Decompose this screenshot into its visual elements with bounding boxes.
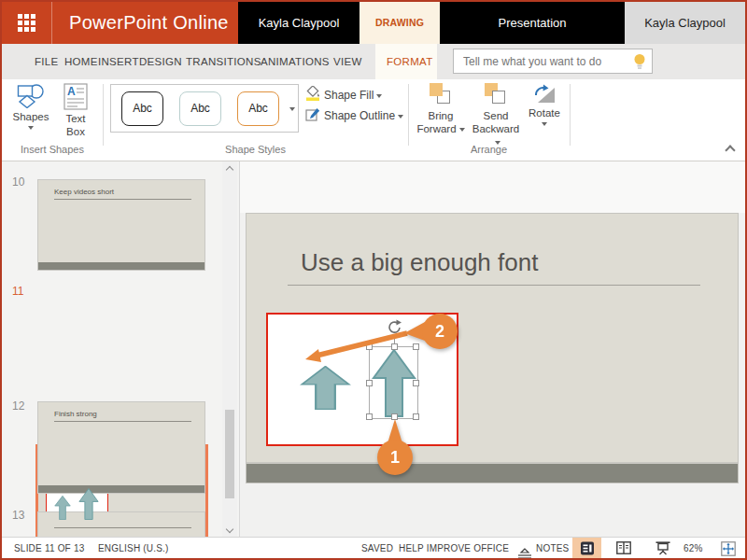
saved-status: SAVED (361, 538, 393, 559)
send-backward-icon (484, 83, 508, 105)
resize-handle-ne[interactable] (413, 343, 419, 350)
shape-outline-icon (305, 107, 320, 122)
shape-fill-button[interactable]: Shape Fill (305, 86, 382, 105)
app-title: PowerPoint Online (69, 2, 229, 44)
slide-thumbnail-panel: 10 Keep videos short 11 Use a big enough… (2, 161, 239, 537)
tab-insert[interactable]: INSERT (98, 44, 139, 79)
reading-view-button[interactable] (611, 538, 637, 559)
powerpoint-online-window: PowerPoint Online Kayla Claypool DRAWING… (0, 0, 747, 560)
ribbon-tab-bar: FILE HOME INSERT DESIGN TRANSITIONS ANIM… (2, 44, 745, 79)
shape-style-swatch-1[interactable]: Abc (121, 91, 163, 126)
tab-transitions[interactable]: TRANSITIONS (186, 44, 261, 79)
fit-to-window-icon (721, 541, 736, 556)
help-improve-office-link[interactable]: HELP IMPROVE OFFICE (399, 538, 509, 559)
tab-file[interactable]: FILE (35, 44, 59, 79)
scrollbar-thumb[interactable] (225, 410, 234, 498)
thumbnail-footer-bar (38, 485, 204, 493)
thumbnail-footer-bar (38, 262, 204, 270)
collapse-ribbon-button[interactable] (725, 145, 735, 155)
language-button[interactable]: ENGLISH (U.S.) (98, 538, 169, 559)
slide-number: 10 (12, 175, 33, 189)
shapes-button[interactable]: Shapes (9, 83, 52, 130)
tab-view[interactable]: VIEW (333, 44, 362, 79)
reading-view-icon (616, 541, 631, 554)
document-title[interactable]: Presentation (440, 2, 625, 44)
header-divider (51, 2, 52, 44)
gallery-more-button[interactable] (289, 105, 295, 111)
text-box-button[interactable]: A Text Box (55, 83, 96, 138)
panel-scrollbar (222, 161, 237, 537)
slide-thumbnail-10[interactable]: Keep videos short (37, 179, 205, 271)
notes-button[interactable]: NOTES (536, 538, 569, 559)
fit-to-window-button[interactable] (715, 538, 741, 559)
slide-indicator: SLIDE 11 OF 13 (14, 538, 84, 559)
slide-number-selected: 11 (12, 285, 33, 298)
slide-thumbnail-12[interactable]: Finish strong (37, 401, 205, 494)
editing-view-icon (580, 541, 594, 555)
small-arrow-shape-mini (54, 496, 71, 520)
dropdown-caret (542, 122, 547, 126)
tell-me-search (453, 49, 653, 74)
slide-number: 12 (12, 399, 33, 413)
resize-handle-s[interactable] (391, 413, 398, 420)
group-separator (103, 84, 104, 146)
annotation-red-box (266, 313, 458, 446)
dropdown-caret (376, 94, 382, 98)
dropdown-caret (398, 115, 403, 119)
slide-number: 13 (12, 509, 33, 522)
resize-handle-n[interactable] (391, 343, 398, 350)
shape-outline-button[interactable]: Shape Outline (305, 107, 403, 126)
resize-handle-w[interactable] (366, 380, 373, 386)
canvas-margin (240, 161, 746, 213)
app-header: PowerPoint Online Kayla Claypool DRAWING… (2, 2, 745, 44)
bring-forward-icon (429, 83, 453, 105)
account-tab-left[interactable]: Kayla Claypool (238, 2, 359, 44)
svg-text:A: A (67, 85, 76, 98)
shape-style-swatch-2[interactable]: Abc (179, 91, 221, 126)
tab-design[interactable]: DESIGN (139, 44, 182, 79)
app-launcher-button[interactable] (2, 2, 51, 44)
dropdown-caret (289, 107, 295, 111)
shape-style-swatch-3[interactable]: Abc (237, 91, 279, 126)
waffle-icon (18, 14, 36, 33)
slide-title-underline (288, 285, 700, 286)
dropdown-caret (28, 126, 34, 130)
rotate-icon (532, 83, 557, 105)
status-bar: SLIDE 11 OF 13 ENGLISH (U.S.) SAVED HELP… (2, 537, 745, 558)
tab-animations[interactable]: ANIMATIONS (261, 44, 330, 79)
slide-title-text[interactable]: Use a big enough font (301, 248, 538, 277)
shape-fill-icon (305, 86, 320, 102)
text-box-icon: A (63, 83, 88, 110)
scroll-down-button[interactable] (222, 522, 237, 537)
ribbon: Shapes A Text Box Insert Shapes Abc Abc … (2, 79, 745, 161)
resize-handle-nw[interactable] (366, 343, 373, 350)
rotate-button[interactable]: Rotate (525, 83, 564, 126)
slide-show-button[interactable] (650, 538, 676, 559)
rotate-handle[interactable] (387, 319, 402, 335)
resize-handle-sw[interactable] (366, 413, 373, 420)
chevron-up-icon (226, 166, 233, 174)
tab-format[interactable]: FORMAT (387, 44, 433, 79)
slide-show-icon (655, 541, 670, 555)
group-separator (570, 84, 571, 146)
drawing-tools-contextual-label: DRAWING TOOLS (359, 2, 440, 44)
scroll-up-button[interactable] (222, 161, 237, 176)
group-label-insert-shapes: Insert Shapes (2, 143, 103, 158)
group-label-shape-styles: Shape Styles (103, 143, 408, 158)
tell-me-search-input[interactable] (454, 49, 627, 73)
group-separator (408, 84, 409, 146)
editing-canvas: Use a big enough font (239, 161, 745, 537)
editing-view-button[interactable] (572, 538, 601, 559)
signed-in-user[interactable]: Kayla Claypool (625, 2, 745, 44)
selection-bounding-box (369, 346, 418, 419)
chevron-down-icon (226, 525, 233, 533)
notes-icon (517, 543, 532, 560)
slide-footer-bar (247, 462, 738, 483)
resize-handle-se[interactable] (413, 413, 419, 420)
resize-handle-e[interactable] (413, 380, 419, 386)
tab-home[interactable]: HOME (64, 44, 98, 79)
zoom-level[interactable]: 62% (684, 538, 703, 559)
shapes-icon (17, 83, 45, 108)
small-arrow-shape[interactable] (300, 366, 351, 410)
lightbulb-icon (633, 53, 646, 70)
